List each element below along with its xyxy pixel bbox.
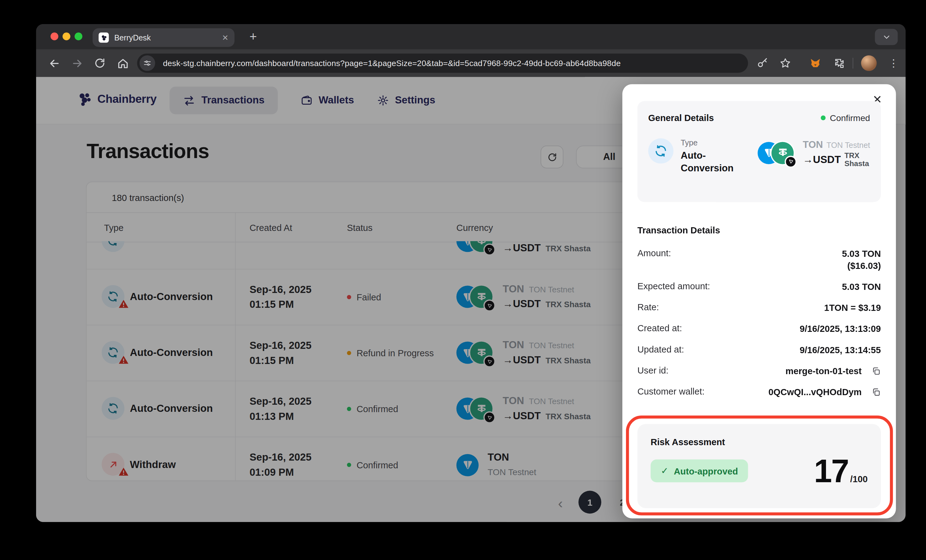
type-label: Type — [681, 138, 743, 147]
extension-fox-icon[interactable] — [808, 56, 823, 70]
status-badge: Confirmed — [821, 113, 870, 122]
tab-close-icon[interactable]: ✕ — [222, 33, 228, 42]
tab-favicon-icon — [98, 32, 109, 42]
address-bar[interactable]: desk-stg.chainberry.com/dashboard/transa… — [137, 53, 748, 73]
copy-icon[interactable] — [872, 366, 881, 376]
password-key-icon[interactable] — [755, 56, 770, 70]
detail-row: Amount: 5.03 TON ($16.03) — [637, 248, 881, 272]
site-info-icon[interactable] — [139, 55, 155, 71]
transaction-details-title: Transaction Details — [637, 225, 720, 235]
general-details-title: General Details — [648, 112, 714, 123]
detail-row: Expected amount: 5.03 TON — [637, 281, 881, 293]
currency-pair-text: TONTON Testnet →USDT TRX Shasta — [803, 138, 870, 168]
url-text[interactable]: desk-stg.chainberry.com/dashboard/transa… — [163, 59, 621, 68]
forward-button[interactable] — [70, 56, 84, 70]
risk-assessment-title: Risk Assessment — [651, 436, 868, 447]
type-value: Auto-Conversion — [681, 149, 743, 174]
detail-value: 5.03 TON ($16.03) — [842, 248, 881, 272]
detail-value: 5.03 TON — [842, 281, 881, 293]
to-network-line1: TRX — [844, 152, 869, 160]
detail-label: Created at: — [637, 323, 682, 333]
tab-search-button[interactable] — [875, 29, 897, 45]
general-details-card: General Details Confirmed Type Auto-Conv… — [637, 101, 881, 202]
detail-row: Customer wallet: 0QCwQI...vQHOdDym — [637, 386, 881, 398]
risk-score-value: 17 — [814, 456, 848, 486]
detail-value: 0QCwQI...vQHOdDym — [769, 386, 881, 398]
detail-value: 9/16/2025, 13:14:55 — [800, 344, 881, 356]
screenshot-stage: BerryDesk ✕ + — [0, 0, 926, 560]
detail-row: User id: merge-ton-01-test — [637, 365, 881, 377]
detail-label: Rate: — [637, 302, 659, 312]
detail-row: Updated at: 9/16/2025, 13:14:55 — [637, 344, 881, 356]
status-label: Confirmed — [830, 113, 870, 122]
to-network-line2: Shasta — [844, 160, 869, 168]
detail-label: Expected amount: — [637, 281, 710, 291]
tab-title: BerryDesk — [114, 33, 222, 42]
detail-row: Rate: 1TON = $3.19 — [637, 302, 881, 314]
profile-avatar[interactable] — [861, 55, 877, 71]
from-network: TON Testnet — [827, 141, 870, 150]
detail-label: User id: — [637, 365, 669, 375]
close-window-button[interactable] — [51, 32, 58, 40]
detail-row: Created at: 9/16/2025, 13:13:09 — [637, 323, 881, 335]
transaction-detail-panel: ✕ General Details Confirmed Typ — [622, 84, 896, 518]
currency-pair-icons — [758, 142, 795, 165]
minimize-window-button[interactable] — [63, 32, 70, 40]
auto-approved-label: Auto-approved — [674, 466, 738, 476]
zoom-window-button[interactable] — [75, 32, 82, 40]
browser-tab[interactable]: BerryDesk ✕ — [92, 29, 235, 47]
auto-conversion-icon — [648, 138, 673, 163]
risk-score-max: /100 — [850, 474, 868, 484]
detail-value: 1TON = $3.19 — [824, 302, 881, 314]
tron-network-badge-icon — [785, 156, 797, 168]
auto-approved-badge: ✓ Auto-approved — [651, 459, 748, 482]
new-tab-button[interactable]: + — [244, 28, 262, 46]
page-content: Chainberry Transactions Wallets Settings — [36, 77, 906, 522]
risk-assessment-card: Risk Assessment ✓ Auto-approved 17 /100 — [637, 424, 881, 508]
detail-label: Customer wallet: — [637, 386, 705, 397]
confirmed-dot — [821, 115, 826, 120]
reload-button[interactable] — [92, 56, 107, 70]
browser-menu-icon[interactable]: ⋮ — [886, 56, 901, 70]
detail-value: merge-ton-01-test — [785, 365, 881, 377]
detail-rows: Amount: 5.03 TON ($16.03) Expected amoun… — [637, 248, 881, 407]
tab-strip: BerryDesk ✕ + — [36, 24, 906, 49]
home-button[interactable] — [115, 56, 130, 70]
copy-icon[interactable] — [872, 387, 881, 397]
check-icon: ✓ — [661, 466, 669, 476]
back-button[interactable] — [47, 56, 61, 70]
browser-toolbar: desk-stg.chainberry.com/dashboard/transa… — [36, 49, 906, 77]
bookmark-star-icon[interactable] — [778, 56, 793, 70]
risk-score: 17 /100 — [814, 456, 868, 486]
to-coin: →USDT — [803, 153, 841, 167]
detail-value: 9/16/2025, 13:13:09 — [800, 323, 881, 335]
detail-label: Amount: — [637, 248, 671, 258]
detail-label: Updated at: — [637, 344, 684, 354]
browser-window: BerryDesk ✕ + — [36, 24, 906, 522]
from-coin: TON — [803, 139, 823, 150]
toolbar-divider — [853, 58, 853, 68]
extensions-puzzle-icon[interactable] — [832, 56, 847, 70]
